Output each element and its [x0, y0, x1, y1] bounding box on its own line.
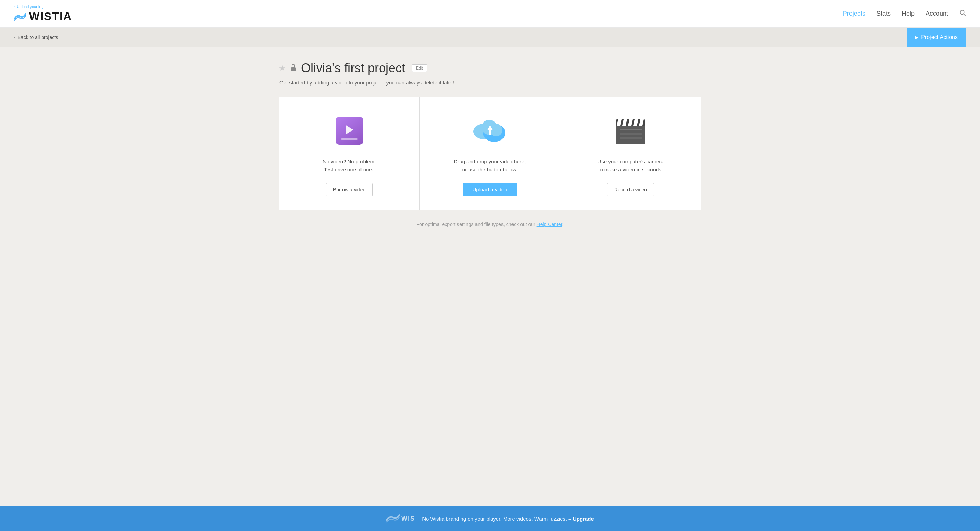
back-to-projects-link[interactable]: ‹ Back to all projects	[14, 35, 58, 40]
upload-video-icon	[473, 113, 508, 148]
nav-account[interactable]: Account	[926, 10, 948, 17]
header: ↑ Upload your logo WISTIA Projects Stats…	[0, 0, 980, 28]
sub-header: ‹ Back to all projects ▶ Project Actions	[0, 28, 980, 47]
nav-projects[interactable]: Projects	[843, 10, 865, 17]
record-video-button[interactable]: Record a video	[607, 183, 654, 196]
upload-logo-link[interactable]: ↑ Upload your logo	[14, 5, 46, 9]
svg-text:WISTIA: WISTIA	[401, 515, 414, 522]
record-card-text: Use your computer's camera to make a vid…	[597, 158, 663, 173]
edit-project-title-button[interactable]: Edit	[412, 64, 427, 72]
record-video-icon	[613, 113, 648, 148]
footer-upgrade-link[interactable]: Upgrade	[573, 516, 594, 521]
help-text: For optimal export settings and file typ…	[279, 221, 701, 227]
nav-help[interactable]: Help	[902, 10, 915, 17]
upload-video-button[interactable]: Upload a video	[463, 183, 517, 196]
lock-svg	[290, 64, 297, 72]
svg-line-1	[964, 14, 966, 16]
help-center-link[interactable]: Help Center	[537, 221, 562, 227]
project-actions-button[interactable]: ▶ Project Actions	[907, 28, 966, 47]
back-link-text: Back to all projects	[18, 35, 59, 40]
lock-icon	[290, 64, 297, 73]
main-content: ★ Olivia's first project Edit Get starte…	[265, 47, 715, 506]
help-text-prefix: For optimal export settings and file typ…	[417, 221, 537, 227]
project-actions-label: Project Actions	[921, 34, 958, 40]
header-left: ↑ Upload your logo WISTIA	[14, 5, 72, 23]
project-title: Olivia's first project	[301, 61, 405, 75]
search-button[interactable]	[959, 10, 966, 18]
nav-stats[interactable]: Stats	[877, 10, 891, 17]
svg-rect-2	[291, 67, 296, 71]
footer: WISTIA No Wistia branding on your player…	[0, 506, 980, 531]
upload-card-text: Drag and drop your video here, or use th…	[454, 158, 526, 173]
main-nav: Projects Stats Help Account	[843, 10, 966, 18]
logo-text: WISTIA	[29, 10, 72, 23]
help-text-suffix: .	[562, 221, 564, 227]
footer-logo: WISTIA	[386, 513, 414, 524]
borrow-video-icon	[336, 113, 363, 148]
footer-promo-text: No Wistia branding on your player. More …	[422, 516, 593, 521]
project-subtitle: Get started by adding a video to your pr…	[280, 79, 701, 86]
borrow-card-text: No video? No problem! Test drive one of …	[323, 158, 376, 173]
cards-row: No video? No problem! Test drive one of …	[279, 97, 701, 210]
borrow-video-card: No video? No problem! Test drive one of …	[279, 97, 420, 210]
project-title-row: ★ Olivia's first project Edit	[279, 61, 701, 75]
back-chevron-icon: ‹	[14, 35, 16, 40]
search-icon	[959, 10, 966, 16]
upload-video-card: Drag and drop your video here, or use th…	[420, 97, 560, 210]
wistia-logo-icon	[14, 12, 26, 21]
logo: WISTIA	[14, 10, 72, 23]
play-triangle-icon: ▶	[915, 35, 918, 40]
borrow-video-button[interactable]: Borrow a video	[326, 183, 372, 196]
favorite-star-icon[interactable]: ★	[279, 64, 286, 73]
record-video-card: Use your computer's camera to make a vid…	[560, 97, 701, 210]
footer-text-content: No Wistia branding on your player. More …	[422, 516, 573, 521]
